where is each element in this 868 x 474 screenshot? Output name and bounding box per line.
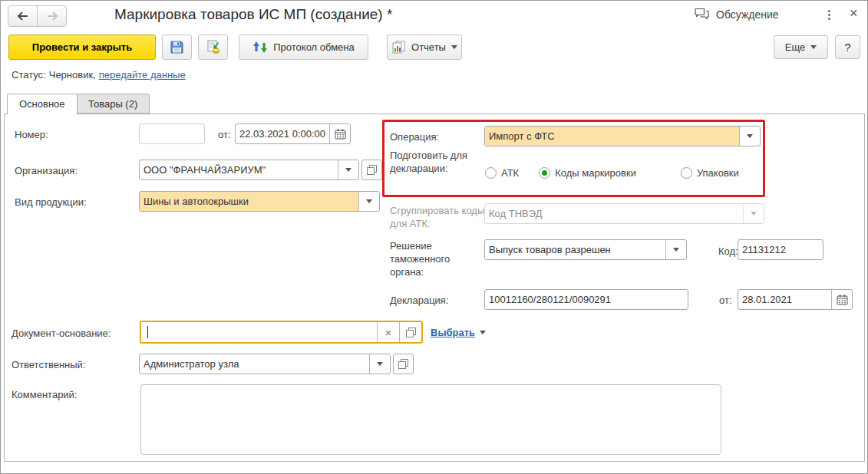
declaration-input[interactable]: 10012160/280121/0090291 — [484, 289, 688, 310]
close-icon[interactable]: × — [845, 4, 863, 23]
report-chart-icon — [391, 41, 406, 54]
tab-goods[interactable]: Товары (2) — [76, 94, 150, 114]
status-label: Статус: — [12, 69, 46, 81]
calendar-button[interactable] — [831, 290, 852, 309]
radio-circle-icon — [681, 167, 692, 179]
dropdown-button[interactable] — [665, 240, 686, 259]
dropdown-button — [743, 204, 764, 223]
status-bar: Статус:Черновик,передайте данные — [12, 69, 186, 81]
base-document-open-button[interactable] — [399, 322, 421, 342]
post-and-close-button[interactable]: Провести и закрыть — [8, 35, 156, 60]
arrow-left-icon — [17, 12, 29, 21]
calendar-button[interactable] — [329, 124, 350, 143]
open-form-icon — [398, 359, 408, 369]
product-kind-combo[interactable]: Шины и автопокрышки — [139, 191, 380, 212]
forward-button[interactable] — [37, 5, 67, 27]
operation-label: Операция: — [390, 130, 439, 143]
back-button[interactable] — [8, 5, 38, 27]
discussion-label: Обсуждение — [716, 8, 779, 21]
declaration-date-from-label: от: — [719, 294, 732, 307]
chevron-down-icon — [451, 45, 457, 49]
chevron-down-icon — [377, 362, 383, 366]
document-date-input[interactable]: 22.03.2021 0:00:00 — [235, 123, 351, 144]
discussion-button[interactable]: Обсуждение — [694, 8, 779, 21]
dropdown-button[interactable] — [358, 192, 379, 211]
arrow-right-icon — [46, 12, 58, 21]
help-button[interactable]: ? — [835, 35, 860, 59]
save-icon — [170, 40, 184, 54]
product-kind-label: Вид продукции: — [15, 196, 87, 209]
save-button[interactable] — [162, 35, 192, 60]
tab-main[interactable]: Основное — [7, 94, 78, 114]
document-window: Маркировка товаров ИС МП (создание) * Об… — [0, 0, 868, 474]
prepare-for-radio-group: АТК Коды маркировки Упаковки — [485, 167, 739, 179]
more-button[interactable]: Еще — [774, 35, 828, 59]
dropdown-button[interactable] — [338, 160, 358, 179]
clear-x-icon: × — [385, 326, 392, 339]
chevron-down-icon — [480, 331, 486, 334]
customs-decision-label: Решение таможенного органа: — [390, 239, 482, 278]
chevron-down-icon — [366, 199, 372, 203]
radio-packages[interactable]: Упаковки — [681, 167, 739, 179]
declaration-label: Декларация: — [390, 294, 449, 307]
group-codes-label: Сгруппировать коды для АТК: — [390, 204, 488, 230]
send-data-link[interactable]: передайте данные — [99, 69, 186, 81]
number-input[interactable] — [139, 123, 205, 144]
kebab-menu-icon[interactable] — [823, 8, 835, 21]
chevron-down-icon — [345, 168, 351, 172]
responsible-label: Ответственный: — [12, 358, 85, 371]
nav-history-group — [8, 5, 67, 27]
chevron-down-icon — [747, 134, 753, 138]
post-document-icon — [206, 40, 220, 54]
dropdown-button[interactable] — [369, 354, 390, 374]
status-value: Черновик, — [49, 69, 96, 81]
page-title: Маркировка товаров ИС МП (создание) * — [114, 6, 392, 23]
declaration-date-input[interactable]: 28.01.2021 — [738, 289, 853, 310]
prepare-for-label: Подготовить для декларации: — [390, 149, 476, 175]
customs-decision-combo[interactable]: Выпуск товаров разрешен — [484, 239, 687, 260]
operation-combo[interactable]: Импорт с ФТС — [484, 126, 761, 146]
base-document-label: Документ-основание: — [12, 327, 111, 340]
chevron-down-icon — [751, 212, 757, 216]
post-document-button[interactable] — [198, 35, 228, 60]
responsible-open-button[interactable] — [393, 354, 414, 374]
open-form-icon — [406, 328, 416, 337]
text-caret — [147, 326, 148, 338]
open-form-icon — [367, 165, 377, 175]
radio-marking-codes[interactable]: Коды маркировки — [539, 167, 636, 179]
base-document-input[interactable]: × — [140, 321, 423, 344]
reports-button[interactable]: Отчеты — [387, 35, 462, 60]
group-codes-combo: Код ТНВЭД — [484, 203, 764, 224]
discussion-icon — [694, 8, 710, 21]
code-input[interactable]: 21131212 — [738, 239, 823, 260]
organization-open-button[interactable] — [361, 160, 382, 180]
clear-button[interactable]: × — [377, 322, 399, 342]
responsible-combo[interactable]: Администратор узла — [139, 354, 391, 374]
date-from-label: от: — [218, 128, 231, 141]
exchange-arrows-icon — [252, 41, 268, 54]
organization-combo[interactable]: ООО "ФРАНЧАЙЗАРИУМ" — [139, 160, 359, 180]
code-label: Код: — [718, 245, 738, 258]
comment-input[interactable] — [140, 384, 721, 455]
exchange-protocol-button[interactable]: Протокол обмена — [239, 35, 368, 60]
radio-atk[interactable]: АТК — [485, 167, 519, 179]
choose-link[interactable]: Выбрать — [431, 327, 486, 338]
dropdown-button[interactable] — [739, 127, 760, 146]
calendar-icon — [837, 295, 848, 305]
radio-circle-selected-icon — [539, 167, 550, 179]
chevron-down-icon — [810, 45, 817, 49]
number-label: Номер: — [15, 128, 48, 141]
comment-label: Комментарий: — [12, 388, 78, 401]
radio-circle-icon — [485, 167, 497, 179]
calendar-icon — [335, 129, 346, 140]
chevron-down-icon — [673, 248, 679, 252]
organization-label: Организация: — [15, 164, 78, 177]
